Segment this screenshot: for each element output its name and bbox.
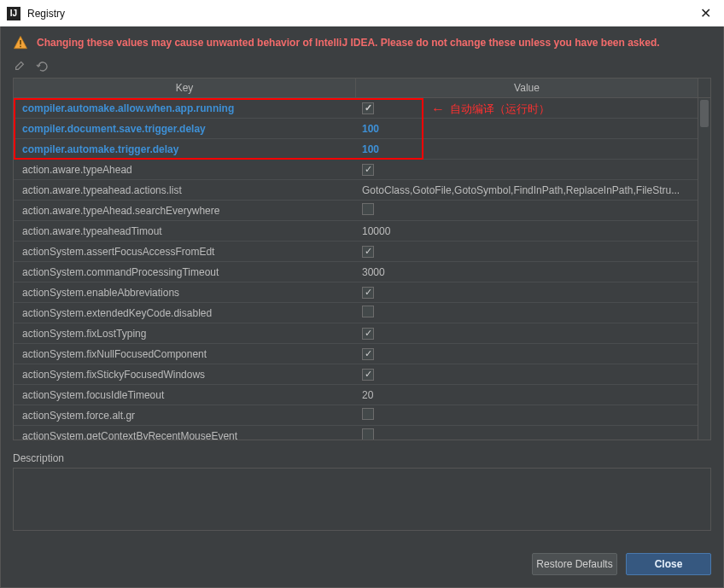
arrow-icon: ← — [431, 102, 445, 116]
row-value[interactable]: 100 — [355, 143, 710, 155]
annotation-text: 自动编译（运行时） — [450, 102, 550, 117]
annotation: ← 自动编译（运行时） — [431, 102, 550, 117]
window-title: Registry — [27, 8, 693, 20]
table-row[interactable]: actionSystem.fixLostTyping — [14, 323, 710, 344]
row-value[interactable] — [355, 286, 710, 299]
table-row[interactable]: action.aware.typeAhead — [14, 160, 710, 180]
row-value[interactable] — [355, 368, 710, 381]
checkbox[interactable] — [362, 348, 374, 360]
row-value[interactable] — [355, 347, 710, 360]
checkbox[interactable] — [362, 369, 374, 381]
description-label: Description — [13, 452, 711, 464]
svg-rect-2 — [20, 46, 21, 48]
warning-text: Changing these values may cause unwanted… — [37, 37, 660, 49]
description-box — [13, 468, 711, 531]
checkbox[interactable] — [362, 203, 374, 215]
checkbox[interactable] — [362, 408, 374, 420]
row-value[interactable]: 3000 — [355, 266, 710, 278]
registry-table: Key Value compiler.automake.allow.when.a… — [13, 78, 711, 440]
row-value[interactable]: GotoClass,GotoFile,GotoSymbol,FindInPath… — [355, 184, 710, 196]
checkbox[interactable] — [362, 287, 374, 299]
scrollbar-header-spacer — [698, 79, 710, 97]
button-bar: Restore Defaults Close — [1, 541, 723, 587]
warning-icon — [13, 35, 28, 50]
table-row[interactable]: actionSystem.commandProcessingTimeout300… — [14, 262, 710, 282]
table-rows: compiler.automake.allow.when.app.running… — [13, 98, 711, 440]
app-icon: IJ — [7, 7, 20, 20]
titlebar: IJ Registry ✕ — [0, 0, 724, 27]
row-value[interactable] — [355, 245, 710, 258]
dialog-body: Changing these values may cause unwanted… — [0, 26, 724, 588]
checkbox[interactable] — [362, 246, 374, 258]
row-key: actionSystem.force.alt.gr — [14, 410, 355, 422]
table-row[interactable]: actionSystem.fixStickyFocusedWindows — [14, 364, 710, 385]
row-value[interactable] — [355, 428, 710, 440]
row-key: actionSystem.commandProcessingTimeout — [14, 266, 355, 278]
row-key: compiler.automake.trigger.delay — [14, 143, 355, 155]
toolbar — [1, 57, 723, 78]
vertical-scrollbar[interactable] — [698, 98, 710, 440]
row-value[interactable] — [355, 408, 710, 422]
table-row[interactable]: compiler.document.save.trigger.delay100 — [14, 119, 710, 139]
table-row[interactable]: actionSystem.focusIdleTimeout20 — [14, 385, 710, 405]
table-header: Key Value — [13, 78, 711, 98]
row-key: actionSystem.getContextByRecentMouseEven… — [14, 430, 355, 441]
column-value[interactable]: Value — [356, 79, 698, 97]
table-row[interactable]: actionSystem.getContextByRecentMouseEven… — [14, 426, 710, 440]
table-row[interactable]: actionSystem.enableAbbreviations — [14, 282, 710, 303]
row-value[interactable] — [355, 163, 710, 176]
checkbox[interactable] — [362, 102, 374, 114]
table-row[interactable]: actionSystem.extendedKeyCode.disabled — [14, 303, 710, 323]
row-key: actionSystem.fixStickyFocusedWindows — [14, 369, 355, 381]
table-row[interactable]: actionSystem.fixNullFocusedComponent — [14, 344, 710, 364]
table-row[interactable]: action.aware.typeahead.actions.listGotoC… — [14, 180, 710, 201]
table-row[interactable]: actionSystem.assertFocusAccessFromEdt — [14, 242, 710, 262]
undo-icon[interactable] — [35, 59, 49, 73]
scroll-thumb[interactable] — [700, 100, 709, 127]
warning-row: Changing these values may cause unwanted… — [1, 26, 723, 57]
checkbox[interactable] — [362, 428, 374, 440]
row-key: compiler.document.save.trigger.delay — [14, 123, 355, 135]
table-row[interactable]: action.aware.typeAhead.searchEverywhere — [14, 201, 710, 221]
table-row[interactable]: action.aware.typeaheadTimout10000 — [14, 221, 710, 242]
row-value[interactable]: 20 — [355, 389, 710, 401]
row-value[interactable]: 100 — [355, 123, 710, 135]
row-key: actionSystem.extendedKeyCode.disabled — [14, 307, 355, 319]
table-row[interactable]: compiler.automake.allow.when.app.running — [14, 98, 710, 119]
edit-icon[interactable] — [13, 59, 26, 73]
close-icon[interactable]: ✕ — [693, 2, 717, 26]
row-key: actionSystem.fixLostTyping — [14, 328, 355, 340]
row-value[interactable] — [355, 327, 710, 340]
column-key[interactable]: Key — [14, 79, 356, 97]
row-key: actionSystem.focusIdleTimeout — [14, 389, 355, 401]
row-value[interactable] — [355, 203, 710, 218]
row-key: actionSystem.enableAbbreviations — [14, 287, 355, 299]
checkbox[interactable] — [362, 306, 374, 317]
svg-rect-1 — [20, 40, 21, 44]
table-row[interactable]: compiler.automake.trigger.delay100 — [14, 139, 710, 160]
row-key: actionSystem.assertFocusAccessFromEdt — [14, 246, 355, 258]
row-key: action.aware.typeahead.actions.list — [14, 184, 355, 196]
table-row[interactable]: actionSystem.force.alt.gr — [14, 405, 710, 426]
close-button[interactable]: Close — [626, 553, 711, 575]
row-key: action.aware.typeaheadTimout — [14, 225, 355, 237]
row-key: action.aware.typeAhead.searchEverywhere — [14, 205, 355, 217]
checkbox[interactable] — [362, 328, 374, 340]
row-key: action.aware.typeAhead — [14, 164, 355, 176]
row-key: compiler.automake.allow.when.app.running — [14, 102, 355, 114]
row-value[interactable] — [355, 306, 710, 320]
row-value[interactable]: 10000 — [355, 225, 710, 237]
row-key: actionSystem.fixNullFocusedComponent — [14, 348, 355, 360]
checkbox[interactable] — [362, 164, 374, 176]
restore-defaults-button[interactable]: Restore Defaults — [532, 553, 617, 575]
